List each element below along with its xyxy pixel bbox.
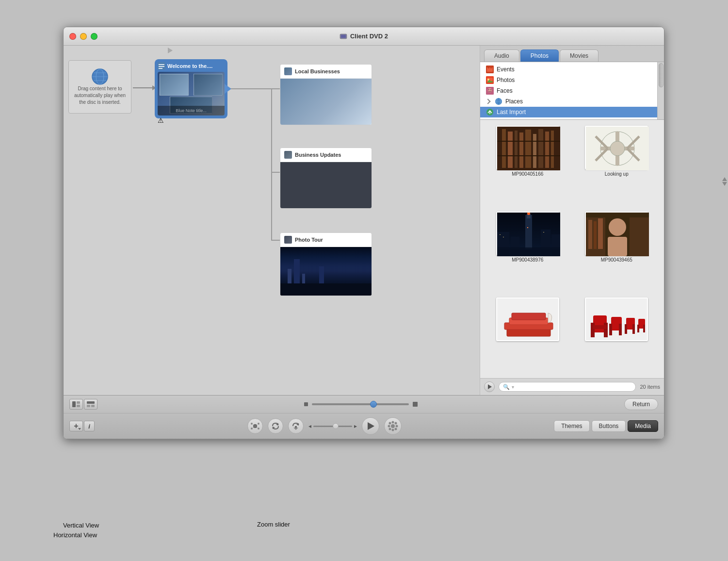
- window-controls: [69, 33, 97, 40]
- photo-item-mp900405166[interactable]: MP900405166: [486, 126, 569, 206]
- play-triangle-icon: [488, 384, 492, 389]
- tab-photos[interactable]: Photos: [520, 50, 559, 62]
- svg-rect-80: [591, 323, 595, 337]
- vertical-view-button[interactable]: [69, 399, 83, 410]
- svg-point-21: [488, 89, 489, 90]
- local-businesses-preview: [280, 79, 372, 125]
- svg-rect-33: [515, 131, 518, 168]
- volume-thumb[interactable]: [333, 423, 339, 429]
- refresh-button[interactable]: [268, 418, 283, 434]
- close-button[interactable]: [69, 33, 76, 40]
- photo-label-mp900405166: MP900405166: [512, 171, 543, 177]
- svg-rect-31: [502, 129, 506, 168]
- svg-rect-95: [87, 401, 95, 404]
- play-button-large[interactable]: [362, 417, 379, 435]
- tree-item-events[interactable]: Events: [480, 64, 664, 75]
- svg-rect-10: [159, 68, 162, 69]
- horiz-connector: [231, 88, 272, 89]
- tab-audio[interactable]: Audio: [484, 50, 519, 62]
- add-button[interactable]: +: [69, 421, 83, 431]
- network-button[interactable]: [247, 418, 263, 434]
- maximize-button[interactable]: [91, 33, 97, 40]
- tab-movies[interactable]: Movies: [560, 50, 599, 62]
- svg-rect-37: [538, 129, 543, 168]
- info-button[interactable]: i: [84, 421, 95, 431]
- svg-rect-36: [533, 134, 536, 168]
- tree-scrollbar[interactable]: [657, 62, 664, 119]
- business-updates-icon: [284, 151, 292, 159]
- photos-label: Photos: [497, 77, 515, 83]
- welcome-tile[interactable]: Welcome to the.... Blue Note title... ⚠: [155, 59, 227, 118]
- tree-item-faces[interactable]: Faces: [480, 85, 664, 96]
- return-button[interactable]: Return: [624, 398, 658, 410]
- canvas-area: Drag content here to automatically play …: [64, 46, 480, 395]
- volume-track[interactable]: [313, 426, 352, 427]
- photos-icon: [486, 76, 494, 84]
- photo-item-books[interactable]: [486, 297, 569, 372]
- photo-item-mp900439465[interactable]: MP900439465: [575, 212, 659, 292]
- welcome-tile-header: Welcome to the....: [158, 62, 225, 70]
- autoplay-text: Drag content here to automatically play …: [73, 85, 127, 106]
- titlebar: Client DVD 2: [64, 27, 664, 46]
- zoom-thumb[interactable]: [370, 401, 377, 408]
- play-button-small[interactable]: [484, 381, 495, 392]
- search-dropdown: ▾: [512, 384, 514, 390]
- svg-point-102: [258, 428, 259, 429]
- local-businesses-box[interactable]: Local Businesses: [280, 64, 372, 125]
- volume-low-icon: ◂: [308, 423, 311, 429]
- svg-rect-62: [527, 227, 528, 228]
- photo-item-mp900438976[interactable]: MP900438976: [486, 212, 569, 292]
- warning-icon: ⚠: [158, 116, 164, 124]
- volume-high-icon: ▸: [354, 423, 357, 429]
- local-businesses-header: Local Businesses: [280, 65, 372, 79]
- svg-point-116: [395, 425, 398, 428]
- svg-point-115: [388, 425, 390, 428]
- svg-rect-71: [598, 218, 603, 249]
- local-businesses-icon: [284, 67, 292, 75]
- welcome-tile-title: Welcome to the....: [167, 63, 212, 69]
- places-icon: [495, 98, 502, 105]
- project-icon: [91, 68, 109, 85]
- svg-rect-93: [77, 401, 80, 404]
- right-panel: Audio Photos Movies: [480, 46, 664, 395]
- photo-item-chairs[interactable]: [575, 297, 659, 372]
- business-updates-box[interactable]: Business Updates: [280, 148, 372, 209]
- horizontal-view-button[interactable]: [84, 399, 97, 410]
- welcome-tile-preview: Blue Note title...: [158, 72, 225, 116]
- bottom-right-buttons: Themes Buttons Media: [554, 420, 658, 432]
- tree-item-photos[interactable]: Photos: [480, 75, 664, 85]
- vertical-view-label: Vertical View: [63, 522, 99, 529]
- svg-point-112: [391, 424, 395, 428]
- search-box[interactable]: 🔍 ▾: [499, 382, 636, 392]
- media-button[interactable]: Media: [628, 420, 658, 432]
- disc-triangle-1-area: [168, 47, 173, 53]
- faces-icon: [486, 87, 494, 95]
- buttons-button[interactable]: Buttons: [592, 420, 626, 432]
- connector-arrow: [133, 85, 156, 90]
- svg-rect-81: [604, 323, 608, 337]
- info-icon: i: [88, 423, 90, 430]
- themes-button[interactable]: Themes: [554, 420, 589, 432]
- svg-rect-38: [545, 132, 549, 168]
- autoplay-box[interactable]: Drag content here to automatically play …: [68, 60, 131, 114]
- photo-item-looking-up[interactable]: Looking up: [575, 126, 659, 206]
- svg-rect-63: [497, 248, 560, 256]
- tree-item-last-import[interactable]: Last Import: [480, 107, 664, 117]
- menu-icon: [158, 62, 165, 70]
- photo-tour-title: Photo Tour: [295, 237, 323, 243]
- disc-triangle-1[interactable]: [168, 48, 173, 53]
- import-button[interactable]: [288, 418, 304, 434]
- loop-button[interactable]: [384, 417, 402, 435]
- svg-rect-97: [91, 405, 95, 407]
- tree-item-places[interactable]: Places: [480, 96, 664, 107]
- photo-tour-preview: [280, 247, 372, 296]
- photo-tour-box[interactable]: Photo Tour: [280, 232, 372, 296]
- zoom-track[interactable]: [312, 403, 409, 405]
- minimize-button[interactable]: [80, 33, 87, 40]
- svg-rect-14: [490, 66, 492, 68]
- search-icon: 🔍: [503, 384, 510, 390]
- svg-rect-91: [643, 325, 645, 332]
- tree-scrollbar-thumb[interactable]: [659, 63, 663, 87]
- svg-rect-82: [593, 325, 607, 329]
- window-title: Client DVD 2: [350, 33, 388, 40]
